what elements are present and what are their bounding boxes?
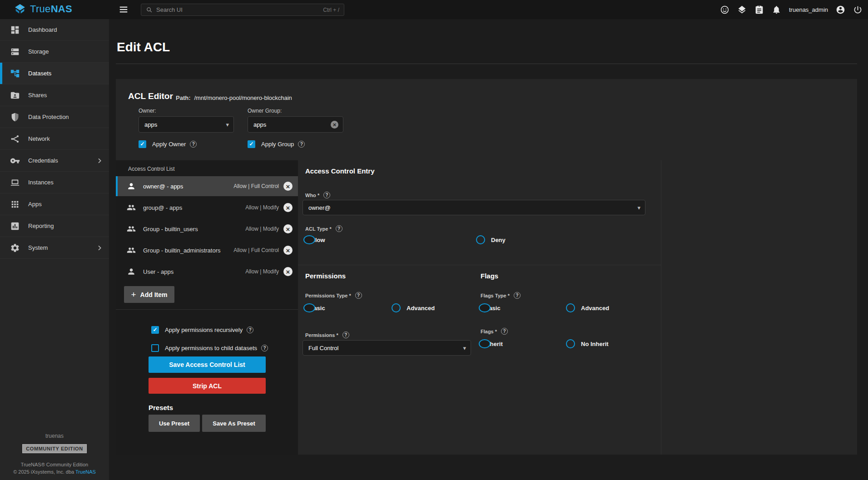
help-icon[interactable]: ? [323, 192, 330, 198]
alerts-bell-icon[interactable] [772, 5, 781, 15]
truenas-logo[interactable]: TrueNAS [14, 3, 72, 15]
radio-option-advanced[interactable]: Advanced [392, 303, 444, 312]
radio-option-no-inherit[interactable]: No Inherit [566, 339, 618, 348]
search-icon [146, 6, 153, 13]
acl-list-panel: Access Control List owner@ - appsAllow |… [116, 160, 298, 455]
who-label: Who * ? [305, 192, 330, 198]
truecommand-stack-icon[interactable] [737, 5, 747, 15]
sidebar-item-network[interactable]: Network [0, 128, 109, 150]
key-icon [10, 156, 20, 166]
help-icon[interactable]: ? [261, 345, 268, 351]
global-search[interactable]: Ctrl + / [141, 4, 344, 16]
acl-entry-row[interactable]: owner@ - appsAllow | Full Control× [116, 176, 298, 196]
sidebar-item-label: System [28, 244, 48, 251]
sidebar-item-instances[interactable]: Instances [0, 172, 109, 193]
feedback-smiley-icon[interactable] [720, 5, 729, 15]
search-input[interactable] [156, 6, 323, 13]
sidebar-item-label: Data Protection [28, 114, 69, 120]
remove-entry-icon[interactable]: × [283, 182, 293, 191]
radio-option-basic[interactable]: Basic [479, 305, 566, 312]
truenas-logo-text: TrueNAS [30, 3, 72, 15]
acl-entry-row[interactable]: Group - builtin_usersAllow | Modify× [116, 219, 298, 239]
help-icon[interactable]: ? [190, 141, 197, 148]
radio-icon [566, 303, 575, 312]
help-icon[interactable]: ? [514, 292, 521, 299]
sidebar-item-data-protection[interactable]: Data Protection [0, 106, 109, 128]
owner-group-label: Owner Group: [248, 108, 282, 114]
remove-entry-icon[interactable]: × [283, 203, 293, 212]
child-datasets-checkbox[interactable] [151, 344, 159, 352]
remove-entry-icon[interactable]: × [283, 246, 293, 255]
permissions-type-label: Permissions Type * ? [305, 292, 362, 299]
truenas-logo-icon [14, 3, 26, 15]
sidebar-item-shares[interactable]: Shares [0, 84, 109, 106]
hamburger-menu-icon[interactable] [119, 5, 129, 15]
sidebar-item-reporting[interactable]: Reporting [0, 215, 109, 237]
search-shortcut: Ctrl + / [323, 7, 339, 13]
dashboard-icon [10, 25, 20, 35]
sidebar-item-apps[interactable]: Apps [0, 193, 109, 215]
flags-label: Flags * ? [481, 328, 508, 335]
group-icon [127, 224, 136, 233]
jobs-clipboard-icon[interactable] [754, 5, 764, 15]
who-select[interactable]: owner@ ▾ [303, 200, 645, 215]
sidebar-item-label: Credentials [28, 157, 58, 164]
path-label: Path: [176, 94, 191, 101]
remove-entry-icon[interactable]: × [283, 267, 293, 276]
ace-title: Access Control Entry [305, 167, 375, 175]
help-icon[interactable]: ? [336, 225, 342, 232]
help-icon[interactable]: ? [342, 332, 349, 338]
add-item-button[interactable]: + Add Item [124, 286, 174, 303]
sidebar-nav: DashboardStorageDatasetsSharesData Prote… [0, 19, 109, 259]
apps-icon [10, 199, 20, 209]
edition-badge-wrap: COMMUNITY EDITION [0, 444, 109, 453]
permissions-type-radio-group: BasicAdvanced [303, 303, 444, 312]
page-title: Edit ACL [117, 40, 170, 54]
strip-acl-button[interactable]: Strip ACL [149, 378, 266, 394]
acl-entry-permission: Allow | Modify [245, 226, 279, 232]
sidebar-item-storage[interactable]: Storage [0, 41, 109, 63]
username-label: truenas_admin [789, 6, 828, 13]
sidebar-item-dashboard[interactable]: Dashboard [0, 19, 109, 41]
sidebar-item-label: Dashboard [28, 26, 57, 33]
radio-option-deny[interactable]: Deny [476, 235, 515, 244]
clear-icon[interactable]: × [331, 121, 338, 129]
owner-group-input[interactable]: apps × [248, 116, 343, 133]
user-icon [127, 182, 136, 191]
path-value: /mnt/monero-pool/monero-blockchain [194, 94, 292, 101]
apply-owner-checkbox[interactable]: ✓ [139, 140, 146, 148]
sidebar-item-datasets[interactable]: Datasets [0, 63, 109, 84]
chevron-right-icon [96, 244, 103, 252]
save-as-preset-button[interactable]: Save As Preset [202, 415, 266, 432]
use-preset-button[interactable]: Use Preset [149, 415, 200, 432]
power-icon[interactable] [853, 5, 863, 15]
sidebar-item-system[interactable]: System [0, 237, 109, 259]
list-divider [116, 309, 298, 310]
acl-entry-row[interactable]: group@ - appsAllow | Modify× [116, 198, 298, 218]
acl-editor-title: ACL Editor [128, 91, 173, 101]
save-acl-button[interactable]: Save Access Control List [149, 356, 266, 373]
account-icon[interactable] [836, 5, 845, 15]
sidebar-item-label: Datasets [28, 70, 51, 77]
owner-select[interactable]: apps ▾ [139, 116, 234, 133]
recursive-checkbox[interactable]: ✓ [151, 326, 159, 334]
truenas-link[interactable]: TrueNAS [75, 469, 96, 475]
permissions-select[interactable]: Full Control ▾ [303, 340, 471, 356]
chevron-right-icon [96, 157, 103, 164]
acl-editor-card: ACL Editor Path: /mnt/monero-pool/monero… [116, 79, 857, 455]
radio-option-inherit[interactable]: Inherit [479, 341, 566, 347]
radio-option-allow[interactable]: Allow [303, 237, 476, 243]
help-icon[interactable]: ? [501, 328, 508, 335]
acl-entry-row[interactable]: Group - builtin_administratorsAllow | Fu… [116, 240, 298, 260]
acl-entry-row[interactable]: User - appsAllow | Modify× [116, 262, 298, 282]
network-icon [10, 134, 20, 144]
path-row: Path: /mnt/monero-pool/monero-blockchain [176, 94, 292, 101]
help-icon[interactable]: ? [298, 141, 305, 148]
apply-group-checkbox[interactable]: ✓ [248, 140, 255, 148]
sidebar-item-credentials[interactable]: Credentials [0, 150, 109, 172]
radio-option-advanced[interactable]: Advanced [566, 303, 618, 312]
help-icon[interactable]: ? [247, 327, 253, 333]
help-icon[interactable]: ? [355, 292, 362, 299]
remove-entry-icon[interactable]: × [283, 224, 293, 233]
radio-option-basic[interactable]: Basic [303, 305, 392, 312]
